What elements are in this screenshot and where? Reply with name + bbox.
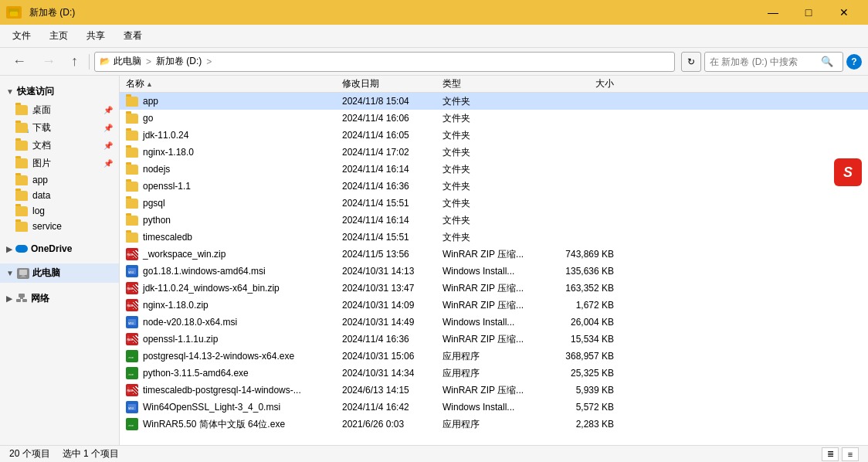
- sidebar-thispc-header[interactable]: ▼ 此电脑: [0, 263, 119, 283]
- maximize-button[interactable]: □: [791, 0, 826, 25]
- refresh-button[interactable]: ↻: [681, 52, 701, 72]
- cell-date: 2024/11/4 16:05: [339, 130, 439, 141]
- col-header-type[interactable]: 类型: [439, 77, 540, 90]
- file-list: 名称 ▲ 修改日期 类型 大小 app 2024/11/8 15:04 文件夹 …: [120, 76, 868, 445]
- sidebar-item-downloads[interactable]: ↓ 下载 📌: [0, 119, 119, 137]
- table-row[interactable]: pgsql 2024/11/4 15:51 文件夹: [120, 195, 868, 212]
- cell-size: 5,572 KB: [540, 402, 617, 413]
- table-row[interactable]: .exe WinRAR5.50 简体中文版 64位.exe 2021/6/26 …: [120, 416, 868, 433]
- table-row[interactable]: .exe python-3.11.5-amd64.exe 2024/10/31 …: [120, 365, 868, 382]
- cell-name: RAR timescaledb-postgresql-14-windows-..…: [123, 384, 339, 396]
- back-button[interactable]: ←: [6, 51, 32, 73]
- folder-icon-app: [15, 175, 28, 185]
- file-name: openssl-1.1.1u.zip: [143, 334, 218, 345]
- pc-icon: [17, 268, 29, 279]
- zip-icon: RAR: [126, 299, 138, 311]
- cell-name: jdk-11.0.24: [123, 130, 339, 141]
- file-name: timescaledb: [143, 232, 192, 243]
- cell-date: 2021/6/26 0:03: [339, 419, 439, 430]
- table-row[interactable]: openssl-1.1 2024/11/4 16:36 文件夹: [120, 178, 868, 195]
- sidebar-item-app[interactable]: app: [0, 172, 119, 188]
- sidebar-item-documents[interactable]: 文档 📌: [0, 137, 119, 155]
- up-button[interactable]: ↑: [65, 51, 84, 73]
- col-header-size[interactable]: 大小: [540, 77, 617, 90]
- cell-type: WinRAR ZIP 压缩...: [439, 282, 540, 295]
- file-rows-container: app 2024/11/8 15:04 文件夹 go 2024/11/4 16:…: [120, 93, 868, 433]
- sidebar-network-header[interactable]: ▶ 网络: [0, 289, 119, 308]
- cell-size: 26,004 KB: [540, 317, 617, 328]
- table-row[interactable]: MSI Win64OpenSSL_Light-3_4_0.msi 2024/11…: [120, 399, 868, 416]
- svg-text:MSI: MSI: [128, 270, 134, 274]
- main-layout: ▼ 快速访问 桌面 📌 ↓ 下载 📌 文档 📌: [0, 76, 868, 445]
- cell-date: 2024/10/31 14:34: [339, 368, 439, 379]
- search-box[interactable]: 🔍: [704, 52, 843, 72]
- breadcrumb-thispc[interactable]: 此电脑: [114, 55, 141, 68]
- menu-home[interactable]: 主页: [40, 26, 77, 46]
- cell-type: 文件夹: [439, 146, 540, 159]
- minimize-button[interactable]: —: [755, 0, 791, 25]
- table-row[interactable]: python 2024/11/4 16:14 文件夹: [120, 212, 868, 229]
- forward-button[interactable]: →: [36, 51, 62, 73]
- cell-date: 2024/11/4 17:02: [339, 147, 439, 158]
- table-row[interactable]: RAR openssl-1.1.1u.zip 2024/11/4 16:36 W…: [120, 331, 868, 348]
- table-row[interactable]: jdk-11.0.24 2024/11/4 16:05 文件夹: [120, 127, 868, 144]
- menu-share[interactable]: 共享: [77, 26, 114, 46]
- sidebar-item-service[interactable]: service: [0, 219, 119, 234]
- list-view-button[interactable]: ≡: [842, 447, 859, 461]
- cell-size: 25,325 KB: [540, 368, 617, 379]
- svg-rect-4: [20, 277, 26, 277]
- folder-icon: [126, 182, 138, 192]
- sidebar-onedrive-header[interactable]: ▶ OneDrive: [0, 240, 119, 257]
- col-header-name[interactable]: 名称 ▲: [123, 77, 339, 90]
- table-row[interactable]: app 2024/11/8 15:04 文件夹: [120, 93, 868, 110]
- grid-view-button[interactable]: ≣: [822, 447, 839, 461]
- cell-date: 2024/11/4 16:14: [339, 164, 439, 175]
- sidebar-item-log[interactable]: log: [0, 203, 119, 219]
- folder-icon-log: [15, 206, 28, 216]
- table-row[interactable]: nodejs 2024/11/4 16:14 文件夹: [120, 161, 868, 178]
- table-row[interactable]: RAR _workspace_win.zip 2024/11/5 13:56 W…: [120, 246, 868, 263]
- sidebar-item-desktop[interactable]: 桌面 📌: [0, 101, 119, 119]
- table-row[interactable]: MSI node-v20.18.0-x64.msi 2024/10/31 14:…: [120, 314, 868, 331]
- zip-icon: RAR: [126, 333, 138, 345]
- cell-date: 2024/10/31 14:49: [339, 317, 439, 328]
- search-input[interactable]: [710, 56, 818, 67]
- cell-type: 文件夹: [439, 231, 540, 244]
- address-bar[interactable]: 📂 此电脑 > 新加卷 (D:) >: [94, 52, 675, 72]
- sidebar: ▼ 快速访问 桌面 📌 ↓ 下载 📌 文档 📌: [0, 76, 120, 445]
- close-button[interactable]: ✕: [826, 0, 862, 25]
- sidebar-label-desktop: 桌面: [32, 104, 51, 117]
- table-row[interactable]: RAR nginx-1.18.0.zip 2024/10/31 14:09 Wi…: [120, 297, 868, 314]
- sidebar-quickaccess-header[interactable]: ▼ 快速访问: [0, 82, 119, 101]
- chevron-network: ▶: [6, 294, 12, 303]
- toolbar: ← → ↑ 📂 此电脑 > 新加卷 (D:) > ↻ 🔍 ?: [0, 48, 868, 76]
- table-row[interactable]: RAR jdk-11.0.24_windows-x64_bin.zip 2024…: [120, 280, 868, 297]
- pin-icon-dl: 📌: [103, 124, 113, 132]
- cell-name: pgsql: [123, 198, 339, 209]
- exe-icon: .exe: [126, 367, 138, 379]
- table-row[interactable]: nginx-1.18.0 2024/11/4 17:02 文件夹: [120, 144, 868, 161]
- table-row[interactable]: RAR timescaledb-postgresql-14-windows-..…: [120, 382, 868, 399]
- sidebar-section-network: ▶ 网络: [0, 286, 119, 311]
- cell-name: nodejs: [123, 164, 339, 175]
- file-name: nginx-1.18.0: [143, 147, 194, 158]
- table-row[interactable]: go 2024/11/4 16:06 文件夹: [120, 110, 868, 127]
- cell-size: 743,869 KB: [540, 249, 617, 260]
- col-header-date[interactable]: 修改日期: [339, 77, 439, 90]
- sort-arrow: ▲: [146, 80, 153, 88]
- table-row[interactable]: MSI go1.18.1.windows-amd64.msi 2024/10/3…: [120, 263, 868, 280]
- svg-text:RAR: RAR: [127, 389, 132, 392]
- cell-name: RAR jdk-11.0.24_windows-x64_bin.zip: [123, 282, 339, 294]
- sidebar-section-quickaccess: ▼ 快速访问 桌面 📌 ↓ 下载 📌 文档 📌: [0, 79, 119, 237]
- breadcrumb-drive[interactable]: 新加卷 (D:): [156, 55, 202, 68]
- cell-date: 2024/11/5 13:56: [339, 249, 439, 260]
- help-button[interactable]: ?: [846, 54, 862, 70]
- menu-view[interactable]: 查看: [114, 26, 151, 46]
- chevron-onedrive: ▶: [6, 245, 12, 253]
- sidebar-item-data[interactable]: data: [0, 188, 119, 203]
- menu-file[interactable]: 文件: [3, 26, 40, 46]
- table-row[interactable]: timescaledb 2024/11/4 15:51 文件夹: [120, 229, 868, 246]
- sidebar-item-pictures[interactable]: 图片 📌: [0, 155, 119, 172]
- zip-icon: RAR: [126, 248, 138, 260]
- table-row[interactable]: .exe postgresql-14.13-2-windows-x64.exe …: [120, 348, 868, 365]
